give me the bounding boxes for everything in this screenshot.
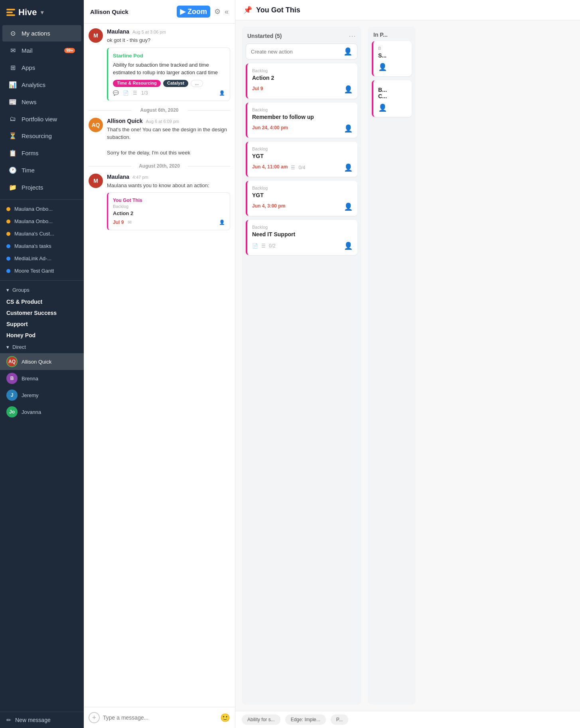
card-footer: Jul 9 👤 (252, 85, 353, 94)
tag-more[interactable]: ... (191, 80, 203, 87)
nav-resourcing-label: Resourcing (22, 133, 52, 139)
card-title: B...C... (378, 87, 407, 99)
subtasks-icon: ☰ (261, 243, 266, 249)
card-assign-icon[interactable]: 👤 (344, 241, 353, 250)
card-assign-icon[interactable]: 👤 (344, 85, 353, 94)
new-message-button[interactable]: ✏ New message (0, 712, 84, 728)
msg-text: ok got it - this guy? (107, 36, 230, 44)
group-customer-success[interactable]: Customer Success (0, 307, 84, 318)
dm-jovanna[interactable]: Jo Jovanna (0, 404, 84, 420)
assign-icon[interactable]: 👤 (219, 90, 225, 96)
action-ref-card[interactable]: You Got This Backlog Action 2 Jul 9 ✉ 👤 (107, 192, 230, 230)
chat-panel: Allison Quick ▶ Zoom ⚙ « M Maulana Aug 5… (84, 0, 235, 728)
nav-analytics[interactable]: 📊 Analytics (2, 77, 81, 93)
tag-time-resourcing[interactable]: Time & Resourcing (113, 80, 161, 87)
hive-logo-icon (6, 9, 15, 16)
chat-input-bar: + 🙂 (84, 707, 235, 728)
card-footer: Jun 4, 11:00 am ☰ 0/4 👤 (252, 163, 353, 172)
msg-body: Maulana 4:47 pm Maulana wants you to kno… (107, 174, 230, 231)
direct-chevron-icon: ▾ (6, 344, 9, 350)
nav-forms[interactable]: 📋 Forms (2, 145, 81, 161)
logo-chevron-icon[interactable]: ▾ (41, 9, 43, 16)
bottom-tab-2[interactable]: P... (331, 714, 348, 725)
logo[interactable]: Hive ▾ (0, 0, 84, 25)
groups-toggle[interactable]: ▾ Groups (0, 284, 84, 296)
column-title: In P... (373, 32, 388, 38)
card-assign-icon[interactable]: 👤 (344, 163, 353, 172)
kanban-card[interactable]: B...C... 👤 (372, 80, 412, 117)
sidebar-item-maulanas-cust[interactable]: Maulana's Cust... (0, 228, 84, 240)
card-title: Action 2 (252, 75, 353, 81)
bottom-tab-0[interactable]: Ability for s... (242, 714, 280, 725)
group-honey-pod[interactable]: Honey Pod (0, 330, 84, 341)
column-more-icon[interactable]: ⋯ (349, 32, 356, 40)
direct-label: Direct (12, 344, 26, 350)
kanban-card[interactable]: Backlog YGT Jun 4, 3:00 pm 👤 (246, 181, 357, 216)
kanban-card[interactable]: Backlog Action 2 Jul 9 👤 (246, 63, 357, 99)
nav-resourcing[interactable]: ⏳ Resourcing (2, 128, 81, 144)
msg-text: Maulana wants you to know about an actio… (107, 182, 230, 190)
kanban-card[interactable]: Backlog YGT Jun 4, 11:00 am ☰ 0/4 👤 (246, 142, 357, 177)
projects-icon: 📁 (9, 184, 17, 191)
emoji-icon[interactable]: 🙂 (220, 713, 230, 722)
nav-time[interactable]: 🕐 Time (2, 162, 81, 178)
dm-brenna[interactable]: B Brenna (0, 370, 84, 387)
zoom-button[interactable]: ▶ Zoom (177, 6, 210, 18)
message-input[interactable] (103, 714, 217, 721)
sidebar: Hive ▾ ⊙ My actions ✉ Mail 99+ ⊞ Apps 📊 … (0, 0, 84, 728)
project-dot (6, 207, 10, 211)
dm-avatar-jeremy: J (6, 390, 18, 401)
card-status: Backlog (252, 68, 353, 73)
nav-news[interactable]: 📰 News (2, 94, 81, 110)
ref-card-project: You Got This (113, 198, 225, 203)
comment-icon[interactable]: 💬 (113, 90, 119, 96)
msg-time: 4:47 pm (132, 175, 148, 180)
dm-jeremy[interactable]: J Jeremy (0, 387, 84, 404)
subtasks-count: 1/3 (141, 90, 148, 96)
nav-my-actions[interactable]: ⊙ My actions (2, 25, 81, 42)
direct-toggle[interactable]: ▾ Direct (0, 341, 84, 353)
kanban-area: Unstarted (5) ⋯ 👤 Backlog Action 2 Jul 9… (235, 20, 580, 711)
envelope-icon[interactable]: ✉ (128, 220, 132, 225)
ref-assign-icon[interactable]: 👤 (219, 220, 225, 225)
project-name: Maulana's Cust... (14, 231, 54, 237)
board-header: 📌 You Got This (235, 0, 580, 20)
card-assign-icon[interactable]: 👤 (344, 124, 353, 133)
card-status: Backlog (252, 225, 353, 229)
kanban-column-unstarted: Unstarted (5) ⋯ 👤 Backlog Action 2 Jul 9… (242, 27, 361, 704)
bottom-tab-1[interactable]: Edge: Imple... (285, 714, 326, 725)
group-support[interactable]: Support (0, 318, 84, 330)
nav-portfolio-view[interactable]: 🗂 Portfolio view (2, 111, 81, 127)
news-icon: 📰 (9, 98, 17, 106)
notes-icon[interactable]: 📄 (123, 90, 129, 96)
nav-mail[interactable]: ✉ Mail 99+ (2, 42, 81, 59)
sidebar-item-maulana-onbo-2[interactable]: Maulana Onbo... (0, 215, 84, 228)
kanban-cards: Backlog Action 2 Jul 9 👤 Backlog Remembe… (242, 63, 361, 259)
kanban-card[interactable]: Backlog Need IT Support 📄 ☰ 0/2 👤 (246, 220, 357, 255)
nav-projects[interactable]: 📁 Projects (2, 179, 81, 196)
action-card[interactable]: Starline Pod Ability for subaction time … (107, 47, 230, 101)
kanban-card[interactable]: B S... 👤 (372, 41, 412, 76)
sidebar-item-medialink[interactable]: MediaLink Ad-... (0, 252, 84, 265)
group-cs-product[interactable]: CS & Product (0, 296, 84, 307)
tag-catalyst[interactable]: Catalyst (163, 80, 188, 87)
msg-avatar-maulana: M (89, 28, 103, 43)
nav-apps[interactable]: ⊞ Apps (2, 59, 81, 76)
sidebar-item-maulana-onbo-1[interactable]: Maulana Onbo... (0, 203, 84, 215)
create-action-input[interactable] (251, 49, 340, 55)
create-action-bar[interactable]: 👤 (246, 44, 357, 59)
sidebar-item-moore-test[interactable]: Moore Test Gantt (0, 265, 84, 277)
collapse-icon[interactable]: « (225, 8, 229, 16)
kanban-card[interactable]: Backlog Remember to follow up Jun 24, 4:… (246, 103, 357, 138)
dm-avatar-brenna: B (6, 373, 18, 384)
card-assign-icon[interactable]: 👤 (344, 202, 353, 211)
card-status: Backlog (252, 146, 353, 151)
card-assign-icon[interactable]: 👤 (378, 103, 387, 112)
dm-allison-quick[interactable]: AQ Allison Quick (0, 353, 84, 370)
card-footer: Jun 24, 4:00 pm 👤 (252, 124, 353, 133)
settings-icon[interactable]: ⚙ (214, 7, 221, 16)
add-button[interactable]: + (89, 712, 100, 723)
nav-time-label: Time (22, 167, 35, 174)
sidebar-item-maulanas-tasks[interactable]: Maulana's tasks (0, 240, 84, 252)
card-assign-icon[interactable]: 👤 (378, 63, 387, 71)
